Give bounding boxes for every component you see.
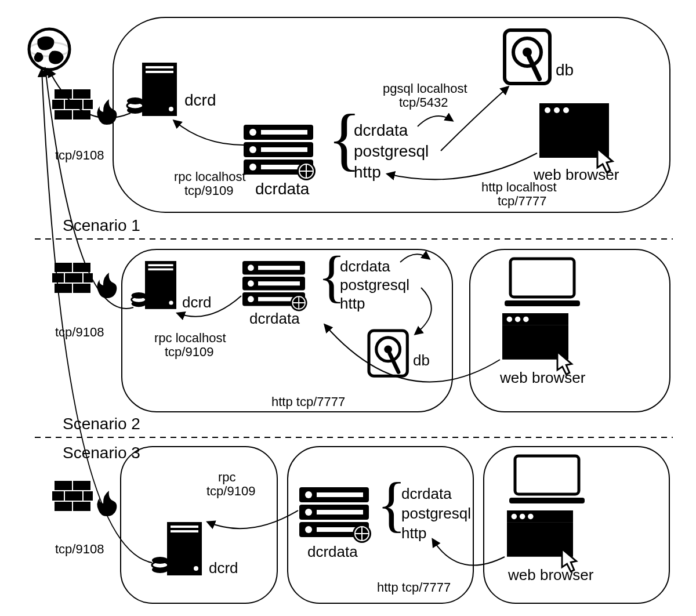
svg-rect-81: [171, 526, 198, 528]
service-http-s3: http: [401, 524, 426, 542]
svg-rect-62: [258, 281, 300, 285]
web-browser-label-s2: web browser: [499, 369, 586, 386]
svg-point-45: [545, 107, 550, 113]
svg-point-75: [523, 317, 529, 323]
firewall-icon: [53, 263, 117, 298]
svg-rect-8: [74, 111, 90, 119]
rack-server-icon: [299, 487, 371, 543]
svg-point-51: [132, 292, 146, 299]
service-dcrdata-s2: dcrdata: [340, 258, 390, 275]
http-localhost-l1: http localhost: [481, 180, 557, 194]
server-tower-icon: [132, 261, 176, 309]
svg-rect-96: [509, 498, 585, 503]
svg-rect-19: [66, 492, 82, 500]
arrow-pg-to-db-s2: [415, 288, 432, 334]
tcp-9108-label-s3: tcp/9108: [55, 542, 104, 556]
loop-arrow-s1: [418, 116, 452, 126]
svg-rect-90: [317, 510, 363, 514]
svg-point-61: [248, 280, 254, 287]
svg-rect-22: [74, 502, 90, 510]
firewall-icon: [53, 481, 117, 516]
arrow-browser-to-http-s3: [433, 539, 505, 566]
svg-rect-4: [53, 100, 63, 108]
svg-point-100: [528, 514, 534, 520]
rpc-l2-s3: tcp/9109: [206, 484, 255, 498]
svg-rect-60: [258, 266, 300, 270]
dcrd-label-s2: dcrd: [182, 293, 212, 311]
svg-point-91: [305, 526, 312, 533]
computer-icon: [505, 259, 580, 306]
dcrdata-label: dcrdata: [255, 180, 310, 198]
dcrdata-label-s3: dcrdata: [307, 543, 358, 560]
server-tower-icon: [127, 63, 177, 116]
svg-rect-20: [84, 492, 92, 500]
service-dcrdata: dcrdata: [354, 121, 408, 139]
diagram-canvas: dcrd dcrdata { dcrdata postgresql http d…: [0, 0, 696, 616]
browser-window-icon: [539, 103, 612, 172]
service-postgresql-s3: postgresql: [401, 505, 471, 522]
svg-rect-95: [515, 456, 579, 494]
svg-point-55: [169, 300, 173, 305]
dcrd-label-s3: dcrd: [209, 559, 238, 577]
svg-rect-27: [146, 66, 173, 68]
scenario2-client-box: [470, 249, 670, 412]
arrow-dcrdata-to-dcrd-s3: [208, 510, 298, 528]
service-postgresql: postgresql: [354, 142, 429, 160]
svg-rect-34: [261, 130, 307, 135]
svg-point-25: [127, 97, 143, 104]
service-http: http: [354, 163, 381, 181]
server-tower-icon: [152, 522, 202, 575]
firewall-icon: [53, 90, 117, 125]
svg-point-89: [305, 509, 312, 516]
browser-window-icon: [507, 510, 577, 571]
svg-point-79: [152, 557, 168, 564]
svg-rect-28: [146, 71, 173, 73]
svg-rect-7: [55, 111, 71, 119]
svg-rect-6: [84, 100, 92, 108]
arrow-browser-to-http-s2: [325, 325, 500, 382]
harddisk-icon: [505, 30, 550, 84]
svg-rect-18: [53, 492, 63, 500]
browser-window-icon: [502, 313, 572, 374]
svg-point-87: [305, 491, 312, 498]
svg-rect-21: [55, 502, 71, 510]
service-postgresql-s2: postgresql: [340, 276, 409, 293]
db-label-s2: db: [413, 352, 430, 369]
scenario2-label: Scenario 2: [63, 415, 140, 433]
web-browser-label-s3: web browser: [507, 566, 594, 584]
svg-rect-2: [55, 90, 71, 98]
dcrdata-label-s2: dcrdata: [249, 310, 300, 327]
svg-point-63: [248, 296, 254, 302]
svg-rect-16: [55, 481, 71, 490]
rack-server-icon: [242, 261, 307, 311]
http7777-s2: http tcp/7777: [271, 394, 345, 409]
svg-rect-15: [74, 284, 90, 292]
computer-icon: [509, 456, 585, 503]
arrow-dcrdata-to-dcrd-s1: [174, 121, 244, 145]
svg-point-29: [169, 107, 173, 111]
svg-point-46: [554, 107, 560, 113]
svg-rect-53: [148, 264, 173, 266]
svg-point-35: [249, 146, 256, 153]
db-label: db: [556, 61, 574, 79]
svg-rect-12: [66, 274, 82, 282]
scenario3-label: Scenario 3: [63, 444, 140, 462]
pgsql-l2: tcp/5432: [399, 95, 448, 110]
arrow-dcrdata-to-db-s1: [441, 87, 508, 151]
svg-rect-36: [261, 147, 307, 152]
svg-rect-88: [317, 492, 363, 497]
svg-rect-3: [74, 90, 90, 98]
http7777-s3: http tcp/7777: [377, 580, 451, 595]
rpc-l1-s3: rpc: [218, 470, 236, 484]
svg-rect-71: [505, 300, 580, 306]
svg-point-37: [249, 164, 256, 171]
rpc9109-l2-s2: tcp/9109: [165, 345, 213, 359]
globe-icon: [29, 29, 70, 70]
pgsql-l1: pgsql localhost: [383, 81, 467, 96]
svg-rect-11: [53, 274, 63, 282]
dcrd-label: dcrd: [184, 91, 216, 109]
svg-rect-17: [74, 481, 90, 490]
service-http-s2: http: [340, 295, 365, 312]
loop-arrow-s2: [400, 254, 429, 262]
svg-point-74: [515, 317, 521, 323]
